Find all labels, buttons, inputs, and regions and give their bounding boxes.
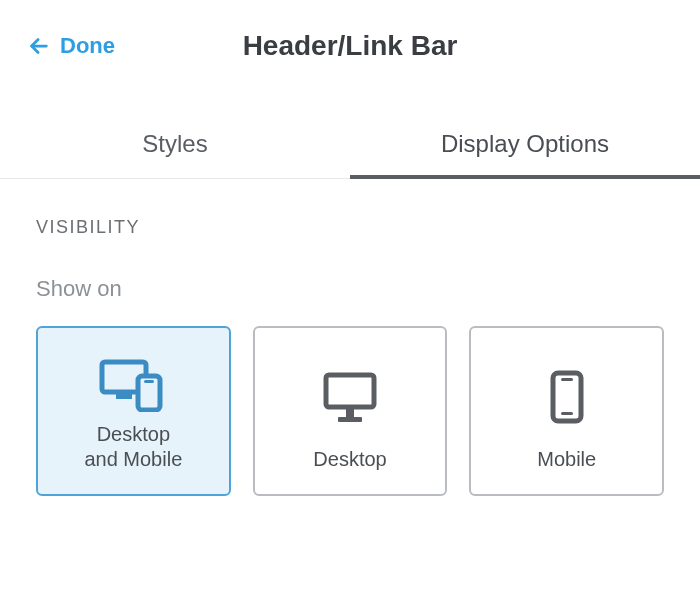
option-label: Desktop: [313, 447, 386, 472]
svg-rect-5: [326, 375, 374, 407]
option-desktop-and-mobile[interactable]: Desktop and Mobile: [36, 326, 231, 496]
svg-rect-4: [144, 380, 154, 383]
option-label: Desktop and Mobile: [84, 422, 182, 472]
arrow-left-icon: [28, 35, 50, 57]
section-heading: VISIBILITY: [36, 217, 664, 238]
tab-label: Styles: [142, 130, 207, 157]
mobile-icon: [545, 356, 589, 437]
desktop-icon: [320, 356, 380, 437]
show-on-label: Show on: [36, 276, 664, 302]
page-title: Header/Link Bar: [28, 30, 672, 62]
desktop-mobile-icon: [98, 356, 168, 412]
tab-display-options[interactable]: Display Options: [350, 112, 700, 178]
svg-rect-10: [561, 412, 573, 415]
tab-bar: Styles Display Options: [0, 112, 700, 179]
svg-rect-9: [561, 378, 573, 381]
tab-label: Display Options: [441, 130, 609, 157]
tab-styles[interactable]: Styles: [0, 112, 350, 178]
svg-rect-2: [116, 394, 132, 399]
option-mobile[interactable]: Mobile: [469, 326, 664, 496]
done-button[interactable]: Done: [28, 33, 115, 59]
option-desktop[interactable]: Desktop: [253, 326, 448, 496]
visibility-section: VISIBILITY Show on Desktop and Mobile: [0, 179, 700, 496]
svg-rect-6: [346, 409, 354, 417]
done-label: Done: [60, 33, 115, 59]
visibility-options: Desktop and Mobile Desktop Mobile: [36, 326, 664, 496]
svg-rect-7: [338, 417, 362, 422]
option-label: Mobile: [537, 447, 596, 472]
panel-header: Done Header/Link Bar: [0, 0, 700, 86]
